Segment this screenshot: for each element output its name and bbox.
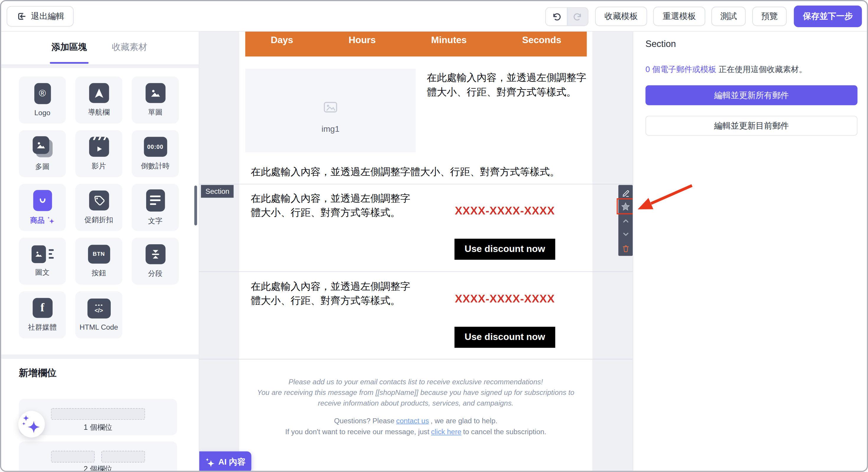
delete-section-button[interactable] <box>621 244 630 253</box>
tab-saved-assets[interactable]: 收藏素材 <box>109 42 150 53</box>
reselect-template-button[interactable]: 重選模板 <box>653 7 705 26</box>
image-placeholder-icon <box>245 101 416 114</box>
block-single-image[interactable]: 單圖 <box>132 77 179 123</box>
block-label: 社群媒體 <box>28 322 57 332</box>
block-logo[interactable]: ® Logo <box>19 77 66 123</box>
ai-content-label: AI 內容 <box>218 457 246 468</box>
save-next-label: 保存並下一步 <box>803 11 853 22</box>
undo-icon <box>552 11 562 22</box>
block-label: 商品 <box>30 215 55 225</box>
block-image-text[interactable]: 圖文 <box>19 237 66 285</box>
move-section-up-button[interactable] <box>621 216 630 225</box>
ai-layout-button[interactable] <box>18 411 45 437</box>
block-social-media[interactable]: f 社群媒體 <box>19 291 66 338</box>
countdown-seconds-label: Seconds <box>522 35 561 46</box>
block-label: 倒數計時 <box>141 161 170 171</box>
block-label: 影片 <box>92 161 106 171</box>
discount-tag-icon <box>89 190 109 210</box>
footer-unsubscribe-line: If you don't want to receive our message… <box>239 428 592 436</box>
sidebar-scrollbar[interactable] <box>194 185 197 225</box>
tab-add-blocks-label: 添加區塊 <box>51 42 87 53</box>
contact-us-link[interactable]: contact us <box>396 416 429 425</box>
footer-line: Please add us to your email contacts lis… <box>239 378 592 386</box>
divider-icon <box>145 244 165 264</box>
update-current-email-button[interactable]: 編輯並更新目前郵件 <box>645 116 857 136</box>
test-label: 測試 <box>720 11 737 22</box>
block-label: HTML Code <box>80 323 118 331</box>
product-bag-icon <box>33 189 52 211</box>
footer-line: receive information about products, serv… <box>239 399 592 407</box>
preview-button[interactable]: 預覽 <box>752 7 786 26</box>
email-template-editor-window: 退出編輯 收藏模板 重選模板 <box>0 0 868 472</box>
block-promo-discount[interactable]: 促銷折扣 <box>75 184 122 231</box>
block-navbar[interactable]: 導航欄 <box>75 77 122 123</box>
block-label: 圖文 <box>35 267 50 277</box>
tab-add-blocks[interactable]: 添加區塊 <box>49 42 90 53</box>
block-divider[interactable]: 分段 <box>132 237 179 285</box>
section-tag: Section <box>201 185 234 198</box>
reselect-template-label: 重選模板 <box>662 11 696 22</box>
ai-sparkles-icon <box>19 411 44 437</box>
use-discount-button[interactable]: Use discount now <box>454 239 555 260</box>
exit-edit-button[interactable]: 退出編輯 <box>7 6 74 27</box>
countdown-block[interactable]: Days Hours Minutes Seconds <box>245 32 587 56</box>
redo-icon <box>573 11 583 22</box>
block-countdown[interactable]: 00:00 倒數計時 <box>132 130 179 177</box>
move-section-down-button[interactable] <box>621 230 630 239</box>
undo-button[interactable] <box>546 8 567 25</box>
block-label: Logo <box>34 109 50 117</box>
tab-saved-assets-label: 收藏素材 <box>112 42 147 53</box>
multi-image-icon <box>32 136 53 157</box>
trash-icon <box>621 244 630 252</box>
annotation-highlight-box <box>617 198 633 214</box>
column-2-preview <box>51 451 95 462</box>
block-text[interactable]: 文字 <box>132 184 179 231</box>
discount-code: XXXX-XXXX-XXXX <box>454 292 555 305</box>
text-block[interactable]: 在此處輸入內容，並透過左側調整字體大小、行距、對齊方式等樣式。 <box>251 165 583 179</box>
discount-section-1[interactable]: 在此處輸入內容，並透過左側調整字 體大小、行距、對齊方式等樣式。 XXXX-XX… <box>239 184 592 271</box>
usage-info: 0 個電子郵件或模板正在使用這個收藏素材。 <box>645 64 807 75</box>
block-label: 按鈕 <box>92 268 106 278</box>
block-video[interactable]: 影片 <box>75 130 122 177</box>
pencil-icon <box>621 188 630 197</box>
image-placeholder[interactable]: img1 <box>245 69 416 152</box>
email-canvas: Days Hours Minutes Seconds img1 在此處輸入內容，… <box>199 32 633 472</box>
sidebar-divider <box>1 64 199 68</box>
top-toolbar: 退出編輯 收藏模板 重選模板 <box>1 1 868 32</box>
image-placeholder-label: img1 <box>245 124 416 134</box>
exit-edit-label: 退出編輯 <box>31 11 64 22</box>
add-column-heading: 新增欄位 <box>19 366 57 379</box>
block-multi-image[interactable]: 多圖 <box>19 130 66 177</box>
save-next-button[interactable]: 保存並下一步 <box>794 6 862 27</box>
ai-content-button[interactable]: AI 內容 <box>199 451 251 472</box>
edit-section-button[interactable] <box>621 188 630 197</box>
usage-count-link[interactable]: 0 個電子郵件或模板 <box>645 65 716 73</box>
discount-section-2[interactable]: 在此處輸入內容，並透過左側調整字 體大小、行距、對齊方式等樣式。 XXXX-XX… <box>239 272 592 359</box>
video-icon <box>89 137 109 156</box>
ai-sparkle-icon <box>205 457 215 467</box>
block-button[interactable]: BTN 按鈕 <box>75 237 122 285</box>
favorite-template-button[interactable]: 收藏模板 <box>595 7 647 26</box>
unsubscribe-link[interactable]: click here <box>431 428 461 436</box>
redo-button[interactable] <box>567 8 588 25</box>
undo-redo-group <box>545 7 588 26</box>
countdown-hours-label: Hours <box>349 35 376 46</box>
block-html-code[interactable]: </> HTML Code <box>75 291 122 338</box>
test-button[interactable]: 測試 <box>711 7 745 26</box>
single-image-icon <box>145 83 165 103</box>
facebook-icon: f <box>32 298 53 318</box>
favorite-template-label: 收藏模板 <box>604 11 638 22</box>
countdown-timer-icon: 00:00 <box>144 137 167 156</box>
section-border <box>199 359 633 359</box>
block-label: 導航欄 <box>88 107 110 117</box>
countdown-minutes-label: Minutes <box>431 35 466 46</box>
image-block-text[interactable]: 在此處輸入內容，並透過左側調整字 體大小、行距、對齊方式等樣式。 <box>427 70 590 99</box>
block-label: 文字 <box>148 216 163 226</box>
chevron-down-icon <box>621 231 630 238</box>
preview-label: 預覽 <box>761 11 778 22</box>
block-product[interactable]: 商品 <box>19 184 66 231</box>
update-all-emails-button[interactable]: 編輯並更新所有郵件 <box>645 85 857 106</box>
block-label: 多圖 <box>35 161 50 172</box>
sidebar-divider <box>1 354 199 359</box>
use-discount-button[interactable]: Use discount now <box>454 327 555 348</box>
